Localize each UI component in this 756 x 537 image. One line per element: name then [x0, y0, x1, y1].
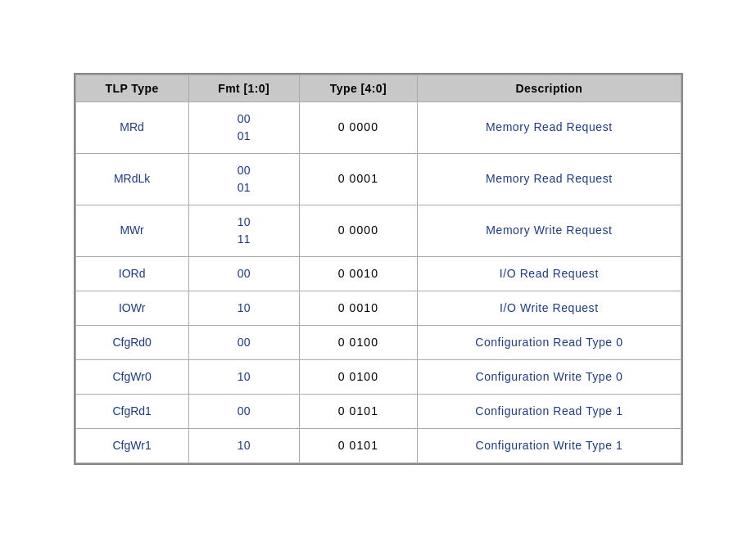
- tlp-type-cell: MRd: [75, 102, 188, 153]
- type-value-cell: 0 0101: [299, 428, 418, 463]
- description-cell: I/O Read Request: [418, 256, 681, 291]
- table-row: IOWr100 0010I/O Write Request: [75, 291, 681, 325]
- col-header-tlp-type: TLP Type: [75, 74, 188, 102]
- tlp-table-wrapper: TLP Type Fmt [1:0] Type [4:0] Descriptio…: [74, 73, 683, 465]
- tlp-type-cell: IORd: [75, 256, 188, 291]
- description-cell: Configuration Write Type 1: [418, 428, 681, 463]
- type-value-cell: 0 0001: [299, 153, 418, 205]
- header-row: TLP Type Fmt [1:0] Type [4:0] Descriptio…: [75, 74, 681, 102]
- description-cell: Configuration Read Type 0: [418, 325, 681, 359]
- table-row: CfgWr1100 0101Configuration Write Type 1: [75, 428, 681, 463]
- tlp-type-cell: CfgRd1: [75, 394, 188, 428]
- table-row: MRdLk00010 0001Memory Read Request: [75, 153, 681, 205]
- table-row: CfgRd1000 0101Configuration Read Type 1: [75, 394, 681, 428]
- type-value-cell: 0 0000: [299, 205, 418, 256]
- tlp-type-cell: MWr: [75, 205, 188, 256]
- fmt-cell: 00: [188, 256, 299, 291]
- col-header-type: Type [4:0]: [299, 74, 418, 102]
- fmt-cell: 10: [188, 291, 299, 325]
- tlp-type-cell: CfgRd0: [75, 325, 188, 359]
- type-value-cell: 0 0100: [299, 325, 418, 359]
- fmt-cell: 1011: [188, 205, 299, 256]
- tlp-type-cell: IOWr: [75, 291, 188, 325]
- description-cell: Configuration Read Type 1: [418, 394, 681, 428]
- table-row: CfgRd0000 0100Configuration Read Type 0: [75, 325, 681, 359]
- description-cell: Memory Read Request: [418, 102, 681, 153]
- description-cell: Configuration Write Type 0: [418, 359, 681, 394]
- tlp-type-cell: MRdLk: [75, 153, 188, 205]
- tlp-type-cell: CfgWr1: [75, 428, 188, 463]
- table-row: MRd00010 0000Memory Read Request: [75, 102, 681, 153]
- table-row: MWr10110 0000Memory Write Request: [75, 205, 681, 256]
- fmt-cell: 10: [188, 359, 299, 394]
- col-header-description: Description: [418, 74, 681, 102]
- description-cell: I/O Write Request: [418, 291, 681, 325]
- table-row: IORd000 0010I/O Read Request: [75, 256, 681, 291]
- description-cell: Memory Read Request: [418, 153, 681, 205]
- col-header-fmt: Fmt [1:0]: [188, 74, 299, 102]
- tlp-table: TLP Type Fmt [1:0] Type [4:0] Descriptio…: [75, 74, 681, 463]
- table-row: CfgWr0100 0100Configuration Write Type 0: [75, 359, 681, 394]
- fmt-cell: 10: [188, 428, 299, 463]
- type-value-cell: 0 0010: [299, 291, 418, 325]
- tlp-type-cell: CfgWr0: [75, 359, 188, 394]
- type-value-cell: 0 0101: [299, 394, 418, 428]
- fmt-cell: 0001: [188, 102, 299, 153]
- type-value-cell: 0 0010: [299, 256, 418, 291]
- fmt-cell: 00: [188, 325, 299, 359]
- fmt-cell: 0001: [188, 153, 299, 205]
- fmt-cell: 00: [188, 394, 299, 428]
- type-value-cell: 0 0000: [299, 102, 418, 153]
- description-cell: Memory Write Request: [418, 205, 681, 256]
- type-value-cell: 0 0100: [299, 359, 418, 394]
